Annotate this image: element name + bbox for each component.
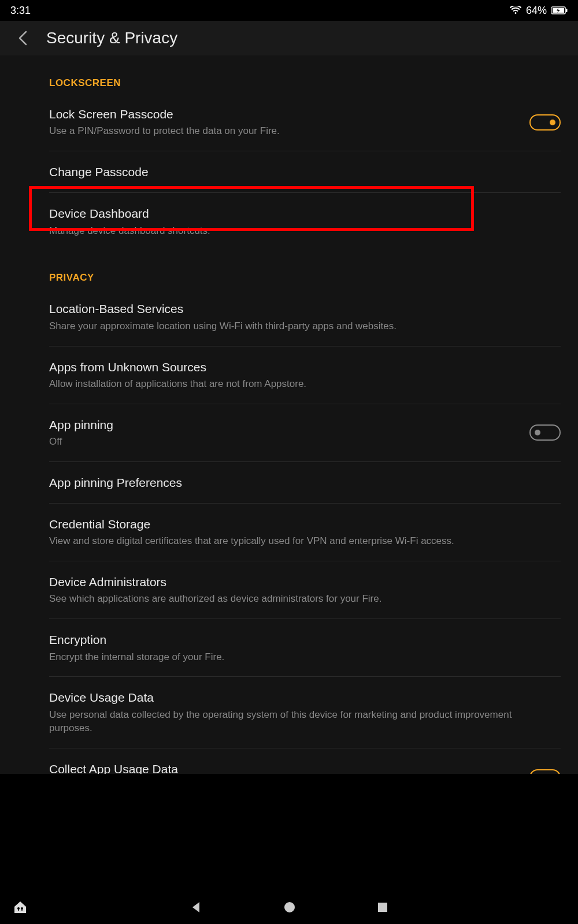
toggle-collect-app-usage[interactable] [529, 769, 561, 774]
row-subtitle: Use a PIN/Password to protect the data o… [49, 124, 518, 138]
back-icon[interactable] [17, 30, 29, 46]
row-title: Lock Screen Passcode [49, 106, 518, 122]
row-title: Apps from Unknown Sources [49, 359, 549, 375]
svg-rect-1 [566, 9, 568, 12]
row-credential-storage[interactable]: Credential Storage View and store digita… [49, 504, 561, 561]
nav-home-icon[interactable] [283, 901, 296, 916]
battery-percent: 64% [526, 5, 547, 17]
nav-recent-icon[interactable] [377, 901, 388, 915]
row-title: App pinning Preferences [49, 475, 549, 490]
row-subtitle: View and store digital certificates that… [49, 534, 549, 548]
row-subtitle: Allow installation of applications that … [49, 377, 549, 391]
toggle-app-pinning[interactable] [529, 424, 561, 441]
row-subtitle: Encrypt the internal storage of your Fir… [49, 650, 549, 664]
svg-rect-6 [378, 903, 387, 912]
smart-home-icon[interactable] [13, 900, 28, 917]
content-area: LOCKSCREEN Lock Screen Passcode Use a PI… [0, 55, 578, 774]
row-title: Encryption [49, 632, 549, 647]
row-title: Location-Based Services [49, 301, 549, 316]
section-lockscreen: LOCKSCREEN [49, 55, 561, 94]
row-change-passcode[interactable]: Change Passcode [49, 151, 561, 193]
row-apps-unknown-sources[interactable]: Apps from Unknown Sources Allow installa… [49, 346, 561, 404]
navigation-bar [0, 893, 578, 924]
row-app-pinning-preferences[interactable]: App pinning Preferences [49, 462, 561, 504]
row-title: App pinning [49, 417, 518, 433]
row-location-based-services[interactable]: Location-Based Services Share your appro… [49, 288, 561, 346]
battery-icon [551, 6, 568, 14]
row-subtitle: Share your approximate location using Wi… [49, 319, 549, 333]
row-encryption[interactable]: Encryption Encrypt the internal storage … [49, 619, 561, 677]
row-subtitle: Manage device dashboard shortcuts. [49, 224, 549, 238]
row-app-pinning[interactable]: App pinning Off [49, 404, 561, 462]
row-title: Credential Storage [49, 516, 549, 532]
row-title: Device Administrators [49, 574, 549, 590]
row-subtitle: See which applications are authorized as… [49, 592, 549, 606]
row-collect-app-usage-data[interactable]: Collect App Usage Data Allow Appstore to… [49, 748, 561, 774]
page-title: Security & Privacy [46, 29, 177, 47]
row-device-usage-data[interactable]: Device Usage Data Use personal data coll… [49, 677, 561, 748]
row-title: Change Passcode [49, 164, 549, 180]
app-header: Security & Privacy [0, 21, 578, 55]
row-device-dashboard[interactable]: Device Dashboard Manage device dashboard… [49, 193, 561, 250]
row-title: Collect App Usage Data [49, 761, 518, 774]
toggle-lock-screen-passcode[interactable] [529, 114, 561, 131]
row-subtitle: Off [49, 435, 518, 449]
section-privacy: PRIVACY [49, 250, 561, 288]
svg-point-5 [284, 902, 295, 912]
status-bar: 3:31 64% [0, 0, 578, 21]
status-time: 3:31 [10, 5, 31, 17]
row-title: Device Usage Data [49, 690, 549, 705]
row-lock-screen-passcode[interactable]: Lock Screen Passcode Use a PIN/Password … [49, 94, 561, 151]
status-right: 64% [510, 5, 568, 17]
row-title: Device Dashboard [49, 206, 549, 221]
nav-back-icon[interactable] [190, 901, 202, 916]
row-subtitle: Use personal data collected by the opera… [49, 708, 549, 736]
row-device-administrators[interactable]: Device Administrators See which applicat… [49, 561, 561, 619]
wifi-icon [510, 6, 521, 15]
